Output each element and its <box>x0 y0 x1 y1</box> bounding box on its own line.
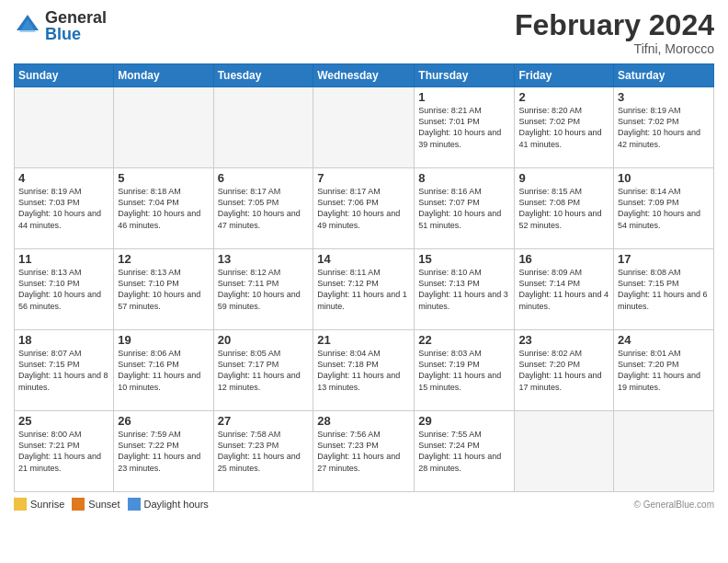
day-info: Sunrise: 8:17 AMSunset: 7:06 PMDaylight:… <box>317 186 410 231</box>
day-number: 22 <box>418 333 510 347</box>
source-label: © GeneralBlue.com <box>634 500 714 510</box>
calendar-cell: 6Sunrise: 8:17 AMSunset: 7:05 PMDaylight… <box>213 168 313 249</box>
day-number: 18 <box>18 333 109 347</box>
calendar-cell: 13Sunrise: 8:12 AMSunset: 7:11 PMDayligh… <box>213 249 313 330</box>
logo-general: General <box>45 9 107 26</box>
calendar-cell: 8Sunrise: 8:16 AMSunset: 7:07 PMDaylight… <box>415 168 515 249</box>
day-number: 11 <box>18 252 109 266</box>
day-info: Sunrise: 8:20 AMSunset: 7:02 PMDaylight:… <box>518 105 609 150</box>
day-number: 3 <box>618 90 710 104</box>
day-number: 23 <box>518 333 609 347</box>
calendar-cell: 19Sunrise: 8:06 AMSunset: 7:16 PMDayligh… <box>114 330 213 411</box>
calendar-week-4: 18Sunrise: 8:07 AMSunset: 7:15 PMDayligh… <box>15 330 714 411</box>
daylight-label: Daylight hours <box>144 499 209 510</box>
day-number: 9 <box>518 171 609 185</box>
calendar-cell: 26Sunrise: 7:59 AMSunset: 7:22 PMDayligh… <box>114 411 213 492</box>
day-info: Sunrise: 8:06 AMSunset: 7:16 PMDaylight:… <box>118 348 209 393</box>
day-info: Sunrise: 8:04 AMSunset: 7:18 PMDaylight:… <box>317 348 410 393</box>
day-info: Sunrise: 8:11 AMSunset: 7:12 PMDaylight:… <box>317 267 410 312</box>
calendar-cell: 20Sunrise: 8:05 AMSunset: 7:17 PMDayligh… <box>213 330 313 411</box>
sunrise-label: Sunrise <box>30 499 64 510</box>
day-number: 21 <box>317 333 410 347</box>
calendar-cell <box>15 87 114 168</box>
day-info: Sunrise: 8:03 AMSunset: 7:19 PMDaylight:… <box>418 348 510 393</box>
day-number: 10 <box>618 171 710 185</box>
calendar-cell: 9Sunrise: 8:15 AMSunset: 7:08 PMDaylight… <box>515 168 614 249</box>
sunrise-color-box <box>14 498 27 511</box>
logo-icon <box>14 12 41 40</box>
day-number: 2 <box>518 90 609 104</box>
calendar-cell <box>213 87 313 168</box>
calendar-cell: 28Sunrise: 7:56 AMSunset: 7:23 PMDayligh… <box>313 411 415 492</box>
day-info: Sunrise: 8:16 AMSunset: 7:07 PMDaylight:… <box>418 186 510 231</box>
calendar-week-5: 25Sunrise: 8:00 AMSunset: 7:21 PMDayligh… <box>15 411 714 492</box>
month-title: February 2024 <box>515 9 714 41</box>
day-number: 13 <box>218 252 310 266</box>
day-number: 1 <box>418 90 510 104</box>
daylight-color-box <box>128 498 141 511</box>
day-number: 28 <box>317 414 410 428</box>
sunset-color-box <box>72 498 85 511</box>
sunset-label: Sunset <box>88 499 119 510</box>
day-number: 29 <box>418 414 510 428</box>
day-number: 26 <box>118 414 209 428</box>
footer: Sunrise Sunset Daylight hours © GeneralB… <box>14 498 714 511</box>
day-info: Sunrise: 8:13 AMSunset: 7:10 PMDaylight:… <box>18 267 109 312</box>
weekday-header-tuesday: Tuesday <box>213 64 313 87</box>
calendar-cell: 25Sunrise: 8:00 AMSunset: 7:21 PMDayligh… <box>15 411 114 492</box>
day-info: Sunrise: 7:55 AMSunset: 7:24 PMDaylight:… <box>418 429 510 474</box>
calendar-week-1: 1Sunrise: 8:21 AMSunset: 7:01 PMDaylight… <box>15 87 714 168</box>
calendar-cell: 18Sunrise: 8:07 AMSunset: 7:15 PMDayligh… <box>15 330 114 411</box>
day-info: Sunrise: 8:18 AMSunset: 7:04 PMDaylight:… <box>118 186 209 231</box>
logo-blue: Blue <box>45 26 107 42</box>
day-number: 27 <box>218 414 310 428</box>
day-number: 14 <box>317 252 410 266</box>
weekday-header-sunday: Sunday <box>15 64 114 87</box>
day-number: 12 <box>118 252 209 266</box>
calendar-week-3: 11Sunrise: 8:13 AMSunset: 7:10 PMDayligh… <box>15 249 714 330</box>
logo: General Blue <box>14 9 107 42</box>
day-number: 7 <box>317 171 410 185</box>
day-info: Sunrise: 8:19 AMSunset: 7:03 PMDaylight:… <box>18 186 109 231</box>
weekday-header-monday: Monday <box>114 64 213 87</box>
day-info: Sunrise: 8:15 AMSunset: 7:08 PMDaylight:… <box>518 186 609 231</box>
calendar-cell: 23Sunrise: 8:02 AMSunset: 7:20 PMDayligh… <box>515 330 614 411</box>
day-number: 24 <box>618 333 710 347</box>
title-section: February 2024 Tifni, Morocco <box>515 9 714 56</box>
day-info: Sunrise: 7:56 AMSunset: 7:23 PMDaylight:… <box>317 429 410 474</box>
sunrise-legend: Sunrise <box>14 498 64 511</box>
day-info: Sunrise: 8:12 AMSunset: 7:11 PMDaylight:… <box>218 267 310 312</box>
location: Tifni, Morocco <box>515 41 714 56</box>
header: General Blue February 2024 Tifni, Morocc… <box>14 9 714 56</box>
day-info: Sunrise: 8:01 AMSunset: 7:20 PMDaylight:… <box>618 348 710 393</box>
calendar-cell: 11Sunrise: 8:13 AMSunset: 7:10 PMDayligh… <box>15 249 114 330</box>
calendar-cell: 24Sunrise: 8:01 AMSunset: 7:20 PMDayligh… <box>614 330 714 411</box>
day-info: Sunrise: 8:14 AMSunset: 7:09 PMDaylight:… <box>618 186 710 231</box>
calendar-cell: 2Sunrise: 8:20 AMSunset: 7:02 PMDaylight… <box>515 87 614 168</box>
calendar-cell <box>114 87 213 168</box>
day-info: Sunrise: 7:58 AMSunset: 7:23 PMDaylight:… <box>218 429 310 474</box>
day-info: Sunrise: 8:10 AMSunset: 7:13 PMDaylight:… <box>418 267 510 312</box>
page: General Blue February 2024 Tifni, Morocc… <box>0 0 728 563</box>
calendar-cell: 5Sunrise: 8:18 AMSunset: 7:04 PMDaylight… <box>114 168 213 249</box>
calendar-cell: 14Sunrise: 8:11 AMSunset: 7:12 PMDayligh… <box>313 249 415 330</box>
day-number: 25 <box>18 414 109 428</box>
day-number: 20 <box>218 333 310 347</box>
weekday-header-saturday: Saturday <box>614 64 714 87</box>
day-number: 16 <box>518 252 609 266</box>
calendar-cell: 15Sunrise: 8:10 AMSunset: 7:13 PMDayligh… <box>415 249 515 330</box>
sunset-legend: Sunset <box>72 498 119 511</box>
day-info: Sunrise: 8:00 AMSunset: 7:21 PMDaylight:… <box>18 429 109 474</box>
day-number: 17 <box>618 252 710 266</box>
day-info: Sunrise: 8:02 AMSunset: 7:20 PMDaylight:… <box>518 348 609 393</box>
day-info: Sunrise: 8:08 AMSunset: 7:15 PMDaylight:… <box>618 267 710 312</box>
day-number: 19 <box>118 333 209 347</box>
day-number: 15 <box>418 252 510 266</box>
daylight-legend: Daylight hours <box>128 498 209 511</box>
calendar-cell: 21Sunrise: 8:04 AMSunset: 7:18 PMDayligh… <box>313 330 415 411</box>
day-info: Sunrise: 8:05 AMSunset: 7:17 PMDaylight:… <box>218 348 310 393</box>
day-number: 5 <box>118 171 209 185</box>
calendar-cell: 22Sunrise: 8:03 AMSunset: 7:19 PMDayligh… <box>415 330 515 411</box>
calendar-cell: 4Sunrise: 8:19 AMSunset: 7:03 PMDaylight… <box>15 168 114 249</box>
day-info: Sunrise: 8:13 AMSunset: 7:10 PMDaylight:… <box>118 267 209 312</box>
